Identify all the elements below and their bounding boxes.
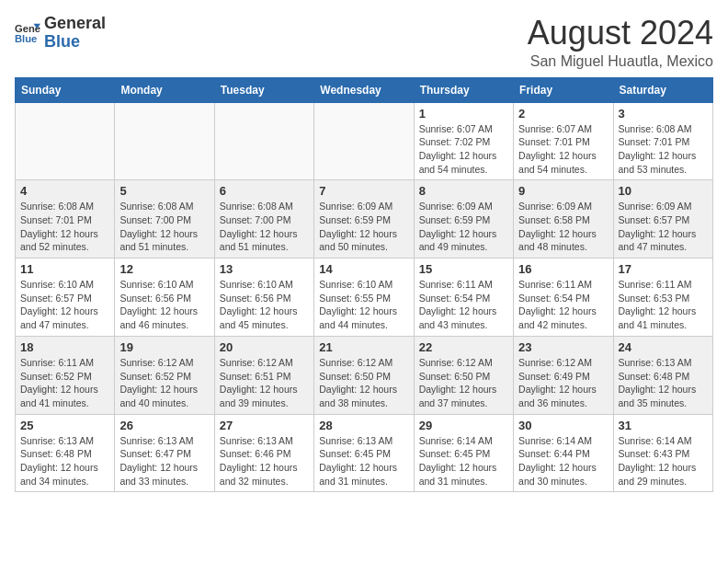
day-number: 11	[20, 262, 109, 276]
day-info: Sunrise: 6:12 AMSunset: 6:50 PMDaylight:…	[419, 356, 508, 410]
day-number: 23	[518, 340, 608, 354]
weekday-header-wednesday: Wednesday	[314, 77, 414, 102]
day-info: Sunrise: 6:12 AMSunset: 6:52 PMDaylight:…	[119, 356, 209, 410]
calendar-cell: 6Sunrise: 6:08 AMSunset: 7:00 PMDaylight…	[214, 180, 313, 259]
day-number: 1	[419, 107, 508, 121]
logo-blue: Blue	[44, 33, 106, 52]
calendar-cell: 15Sunrise: 6:11 AMSunset: 6:54 PMDayligh…	[414, 259, 513, 337]
week-row-5: 25Sunrise: 6:13 AMSunset: 6:48 PMDayligh…	[16, 414, 713, 492]
day-info: Sunrise: 6:14 AMSunset: 6:44 PMDaylight:…	[518, 434, 608, 488]
day-number: 2	[518, 107, 608, 121]
day-number: 15	[419, 262, 508, 276]
calendar-cell: 25Sunrise: 6:13 AMSunset: 6:48 PMDayligh…	[16, 414, 115, 492]
day-info: Sunrise: 6:08 AMSunset: 7:01 PMDaylight:…	[619, 122, 708, 177]
day-number: 8	[419, 184, 508, 198]
day-number: 18	[20, 340, 109, 354]
calendar-cell: 13Sunrise: 6:10 AMSunset: 6:56 PMDayligh…	[214, 259, 313, 337]
subtitle: San Miguel Huautla, Mexico	[528, 53, 713, 70]
day-number: 17	[619, 262, 708, 276]
day-info: Sunrise: 6:09 AMSunset: 6:59 PMDaylight:…	[419, 200, 508, 254]
calendar-cell: 29Sunrise: 6:14 AMSunset: 6:45 PMDayligh…	[414, 414, 513, 492]
week-row-3: 11Sunrise: 6:10 AMSunset: 6:57 PMDayligh…	[16, 259, 713, 337]
day-info: Sunrise: 6:12 AMSunset: 6:51 PMDaylight:…	[220, 356, 309, 410]
calendar-cell: 5Sunrise: 6:08 AMSunset: 7:00 PMDaylight…	[115, 180, 214, 259]
day-number: 19	[119, 340, 209, 354]
weekday-header-thursday: Thursday	[414, 77, 513, 102]
day-number: 31	[619, 419, 708, 432]
calendar-cell: 9Sunrise: 6:09 AMSunset: 6:58 PMDaylight…	[514, 180, 613, 259]
day-info: Sunrise: 6:09 AMSunset: 6:57 PMDaylight:…	[619, 200, 708, 254]
weekday-header-tuesday: Tuesday	[214, 77, 313, 102]
calendar-cell: 4Sunrise: 6:08 AMSunset: 7:01 PMDaylight…	[16, 180, 115, 259]
week-row-1: 1Sunrise: 6:07 AMSunset: 7:02 PMDaylight…	[16, 102, 713, 180]
day-info: Sunrise: 6:07 AMSunset: 7:01 PMDaylight:…	[518, 122, 608, 177]
day-number: 3	[619, 107, 708, 121]
calendar-cell: 12Sunrise: 6:10 AMSunset: 6:56 PMDayligh…	[115, 259, 214, 337]
calendar-cell: 7Sunrise: 6:09 AMSunset: 6:59 PMDaylight…	[314, 180, 414, 259]
day-info: Sunrise: 6:11 AMSunset: 6:52 PMDaylight:…	[20, 356, 109, 410]
logo-general: General	[44, 15, 106, 33]
calendar-cell: 1Sunrise: 6:07 AMSunset: 7:02 PMDaylight…	[414, 102, 513, 180]
calendar-cell: 2Sunrise: 6:07 AMSunset: 7:01 PMDaylight…	[514, 102, 613, 180]
title-section: August 2024 San Miguel Huautla, Mexico	[528, 15, 713, 70]
day-info: Sunrise: 6:10 AMSunset: 6:57 PMDaylight:…	[20, 278, 109, 332]
calendar-cell: 20Sunrise: 6:12 AMSunset: 6:51 PMDayligh…	[214, 336, 313, 414]
calendar-cell	[115, 102, 214, 180]
calendar-cell: 3Sunrise: 6:08 AMSunset: 7:01 PMDaylight…	[613, 102, 712, 180]
calendar-cell: 8Sunrise: 6:09 AMSunset: 6:59 PMDaylight…	[414, 180, 513, 259]
day-info: Sunrise: 6:08 AMSunset: 7:00 PMDaylight:…	[119, 200, 209, 254]
day-number: 27	[220, 419, 309, 432]
week-row-2: 4Sunrise: 6:08 AMSunset: 7:01 PMDaylight…	[16, 180, 713, 259]
day-number: 21	[319, 340, 408, 354]
day-number: 24	[619, 340, 708, 354]
page-header: General Blue General Blue August 2024 Sa…	[15, 15, 713, 70]
calendar-cell: 11Sunrise: 6:10 AMSunset: 6:57 PMDayligh…	[16, 259, 115, 337]
day-info: Sunrise: 6:13 AMSunset: 6:47 PMDaylight:…	[119, 434, 209, 488]
day-info: Sunrise: 6:09 AMSunset: 6:59 PMDaylight:…	[319, 200, 408, 254]
calendar-cell	[16, 102, 115, 180]
calendar-cell: 31Sunrise: 6:14 AMSunset: 6:43 PMDayligh…	[613, 414, 712, 492]
day-number: 4	[20, 184, 109, 198]
logo-icon: General Blue	[15, 20, 40, 46]
day-number: 30	[518, 419, 608, 432]
day-number: 26	[119, 419, 209, 432]
day-info: Sunrise: 6:14 AMSunset: 6:45 PMDaylight:…	[419, 434, 508, 488]
calendar-cell: 23Sunrise: 6:12 AMSunset: 6:49 PMDayligh…	[514, 336, 613, 414]
day-number: 20	[220, 340, 309, 354]
day-number: 12	[119, 262, 209, 276]
day-number: 25	[20, 419, 109, 432]
day-number: 9	[518, 184, 608, 198]
calendar-cell	[214, 102, 313, 180]
day-info: Sunrise: 6:11 AMSunset: 6:53 PMDaylight:…	[619, 278, 708, 332]
day-number: 16	[518, 262, 608, 276]
day-info: Sunrise: 6:11 AMSunset: 6:54 PMDaylight:…	[518, 278, 608, 332]
day-info: Sunrise: 6:09 AMSunset: 6:58 PMDaylight:…	[518, 200, 608, 254]
day-info: Sunrise: 6:10 AMSunset: 6:55 PMDaylight:…	[319, 278, 408, 332]
day-number: 10	[619, 184, 708, 198]
calendar-cell: 27Sunrise: 6:13 AMSunset: 6:46 PMDayligh…	[214, 414, 313, 492]
weekday-header-sunday: Sunday	[16, 77, 115, 102]
calendar-cell: 18Sunrise: 6:11 AMSunset: 6:52 PMDayligh…	[16, 336, 115, 414]
calendar-cell: 28Sunrise: 6:13 AMSunset: 6:45 PMDayligh…	[314, 414, 414, 492]
day-number: 14	[319, 262, 408, 276]
weekday-header-monday: Monday	[115, 77, 214, 102]
day-number: 13	[220, 262, 309, 276]
calendar-cell: 16Sunrise: 6:11 AMSunset: 6:54 PMDayligh…	[514, 259, 613, 337]
calendar-cell: 19Sunrise: 6:12 AMSunset: 6:52 PMDayligh…	[115, 336, 214, 414]
day-info: Sunrise: 6:10 AMSunset: 6:56 PMDaylight:…	[220, 278, 309, 332]
logo: General Blue General Blue	[15, 15, 106, 52]
svg-text:Blue: Blue	[15, 33, 37, 44]
calendar-cell: 26Sunrise: 6:13 AMSunset: 6:47 PMDayligh…	[115, 414, 214, 492]
day-number: 22	[419, 340, 508, 354]
day-info: Sunrise: 6:08 AMSunset: 7:01 PMDaylight:…	[20, 200, 109, 254]
calendar-table: SundayMondayTuesdayWednesdayThursdayFrid…	[15, 77, 713, 493]
day-info: Sunrise: 6:12 AMSunset: 6:49 PMDaylight:…	[518, 356, 608, 410]
calendar-cell: 24Sunrise: 6:13 AMSunset: 6:48 PMDayligh…	[613, 336, 712, 414]
day-info: Sunrise: 6:13 AMSunset: 6:48 PMDaylight:…	[20, 434, 109, 488]
day-info: Sunrise: 6:11 AMSunset: 6:54 PMDaylight:…	[419, 278, 508, 332]
calendar-cell: 30Sunrise: 6:14 AMSunset: 6:44 PMDayligh…	[514, 414, 613, 492]
day-number: 7	[319, 184, 408, 198]
week-row-4: 18Sunrise: 6:11 AMSunset: 6:52 PMDayligh…	[16, 336, 713, 414]
calendar-cell	[314, 102, 414, 180]
day-number: 6	[220, 184, 309, 198]
